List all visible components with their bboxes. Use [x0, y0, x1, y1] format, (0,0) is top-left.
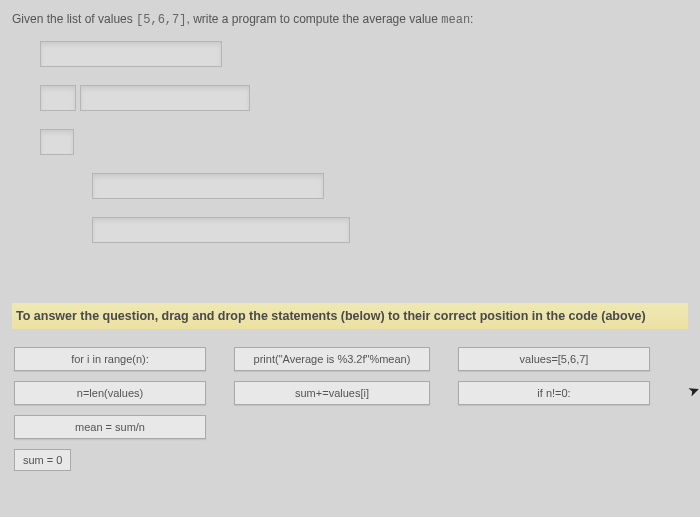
draggable-label: n=len(values): [77, 387, 143, 399]
draggable-label: sum = 0: [23, 454, 62, 466]
draggable-label: print("Average is %3.2f"%mean): [254, 353, 411, 365]
drop-row-3: [40, 129, 688, 155]
drop-slot[interactable]: [92, 173, 324, 199]
drop-row-4: [92, 173, 688, 199]
drop-slot[interactable]: [40, 129, 74, 155]
code-drop-area: [40, 41, 688, 243]
draggable-if-nonzero[interactable]: if n!=0:: [458, 381, 650, 405]
drop-slot[interactable]: [80, 85, 250, 111]
draggable-label: mean = sum/n: [75, 421, 145, 433]
drop-slot[interactable]: [40, 41, 222, 67]
source-row-3: mean = sum/n: [14, 415, 686, 439]
drop-row-2: [40, 85, 688, 111]
draggable-label: values=[5,6,7]: [520, 353, 589, 365]
draggable-print[interactable]: print("Average is %3.2f"%mean): [234, 347, 430, 371]
drop-row-1: [40, 41, 688, 67]
source-statements-area: for i in range(n): print("Average is %3.…: [12, 347, 688, 471]
question-suffix: :: [470, 12, 473, 26]
draggable-label: sum+=values[i]: [295, 387, 369, 399]
draggable-values-init[interactable]: values=[5,6,7]: [458, 347, 650, 371]
question-code-var: mean: [441, 13, 470, 27]
draggable-len[interactable]: n=len(values): [14, 381, 206, 405]
question-middle: , write a program to compute the average…: [186, 12, 441, 26]
source-row-1: for i in range(n): print("Average is %3.…: [14, 347, 686, 371]
draggable-sum-init[interactable]: sum = 0: [14, 449, 71, 471]
drop-slot[interactable]: [92, 217, 350, 243]
question-code-snippet: [5,6,7]: [136, 13, 186, 27]
source-row-2: n=len(values) sum+=values[i] if n!=0:: [14, 381, 686, 405]
draggable-for-loop[interactable]: for i in range(n):: [14, 347, 206, 371]
question-prompt: Given the list of values [5,6,7], write …: [12, 12, 688, 27]
source-row-4: sum = 0: [14, 449, 686, 471]
draggable-sum-accumulate[interactable]: sum+=values[i]: [234, 381, 430, 405]
drop-row-5: [92, 217, 688, 243]
instruction-text: To answer the question, drag and drop th…: [12, 303, 688, 329]
drop-slot[interactable]: [40, 85, 76, 111]
draggable-label: if n!=0:: [537, 387, 570, 399]
question-prefix: Given the list of values: [12, 12, 136, 26]
draggable-mean-assign[interactable]: mean = sum/n: [14, 415, 206, 439]
draggable-label: for i in range(n):: [71, 353, 149, 365]
